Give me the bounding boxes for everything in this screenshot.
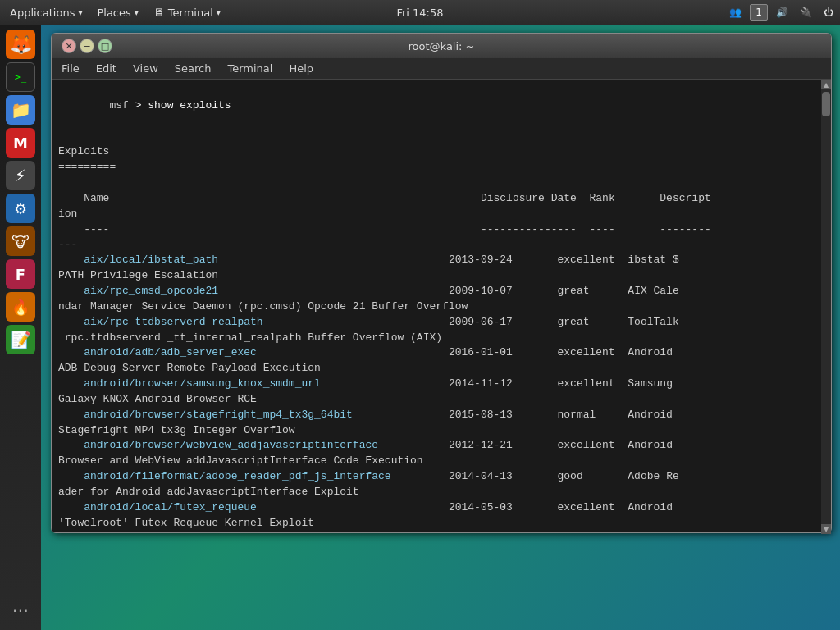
notes-icon[interactable]: 📝 (6, 325, 35, 354)
exploit-1-module: aix/local/ibstat_path 2013-09-24 excelle… (58, 253, 824, 268)
terminal-window-title: root@kali: ~ (409, 40, 475, 52)
menu-view[interactable]: View (126, 61, 165, 76)
applications-menu[interactable]: Applications ▾ (3, 2, 89, 22)
term-col-ion: ion (58, 207, 824, 222)
maltego-icon[interactable]: M (6, 128, 35, 158)
scroll-up-arrow[interactable]: ▲ (821, 80, 831, 89)
exploit-6-desc: Stagefright MP4 tx3g Integer Overflow (58, 423, 824, 439)
term-blank1 (58, 130, 824, 145)
menu-edit[interactable]: Edit (89, 61, 123, 76)
user-icon-area: 👥 (726, 5, 745, 20)
taskbar-left: Applications ▾ Places ▾ 🖥 Terminal ▾ (3, 2, 227, 22)
exploit-7-desc: Browser and WebView addJavascriptInterfa… (58, 454, 824, 469)
menu-help[interactable]: Help (282, 61, 320, 76)
taskbar: Applications ▾ Places ▾ 🖥 Terminal ▾ Fri… (0, 0, 840, 25)
exploit-6-module: android/browser/stagefright_mp4_tx3g_64b… (58, 408, 824, 423)
exploit-5-desc: Galaxy KNOX Android Browser RCE (58, 392, 824, 408)
exploit-5-module: android/browser/samsung_knox_smdm_url 20… (58, 377, 824, 392)
exploit-3-desc: rpc.ttdbserverd _tt_internal_realpath Bu… (58, 331, 824, 346)
term-dash1: ---- --------------- ---- -------- (58, 222, 824, 238)
terminal-content[interactable]: msf > show exploits Exploits ========= N… (52, 80, 831, 532)
exploit-3-module: aix/rpc_ttdbserverd_realpath 2009-06-17 … (58, 315, 824, 331)
exploit-7-module: android/browser/webview_addjavascriptint… (58, 438, 824, 454)
menu-terminal[interactable]: Terminal (221, 61, 279, 76)
exploit-4-module: android/adb/adb_server_exec 2016-01-01 e… (58, 345, 824, 361)
exploit-9-module: android/local/futex_requeue 2014-05-03 e… (58, 500, 824, 516)
menu-search[interactable]: Search (168, 61, 218, 76)
win-buttons-group: ✕ − □ (58, 39, 112, 53)
apps-grid-icon[interactable]: ⋯ (6, 596, 35, 625)
places-caret: ▾ (135, 8, 139, 17)
maximize-button[interactable]: □ (98, 39, 112, 53)
close-button[interactable]: ✕ (62, 39, 76, 53)
terminal-window: ✕ − □ root@kali: ~ File Edit View Search… (51, 33, 832, 533)
window-buttons: ✕ − □ (58, 39, 112, 53)
firefox-icon[interactable]: 🦊 (6, 30, 35, 59)
terminal-icon-small: 🖥 (153, 6, 165, 19)
scroll-down-arrow[interactable]: ▼ (821, 524, 831, 534)
workspace-number: 1 (756, 7, 762, 18)
burpsuite-icon[interactable]: 🔥 (6, 292, 35, 322)
time-display: Fri 14:58 (396, 7, 443, 19)
terminal-prompt-line: msf > show exploits (58, 83, 824, 130)
exploit-1-desc: PATH Privilege Escalation (58, 268, 824, 284)
term-equals: ========= (58, 160, 824, 176)
exploit-10-module: android/local/put_user_vroot 2013-09-06 … (58, 531, 824, 532)
armitage-icon[interactable]: ⚡ (6, 161, 35, 190)
power-icon[interactable]: ⏻ (820, 5, 837, 20)
faraday-icon[interactable]: F (6, 259, 35, 289)
places-menu[interactable]: Places ▾ (90, 2, 144, 22)
terminal-icon[interactable]: >_ (6, 62, 35, 92)
sidebar: 🦊 >_ 📁 M ⚡ ⚙ 🐮 F 🔥 📝 ⋯ (0, 25, 41, 630)
term-prompt: msf (109, 99, 128, 112)
applications-label: Applications (10, 7, 75, 19)
term-col-header: Name Disclosure Date Rank Descript (58, 191, 824, 207)
term-dash2: --- (58, 237, 824, 253)
exploit-8-desc: ader for Android addJavascriptInterface … (58, 485, 824, 500)
scrollbar-track: ▲ ▼ (821, 80, 831, 534)
exploit-9-desc: 'Towelroot' Futex Requeue Kernel Exploit (58, 516, 824, 532)
exploit-4-desc: ADB Debug Server Remote Payload Executio… (58, 361, 824, 377)
scrollbar-thumb[interactable] (822, 92, 830, 116)
terminal-label: Terminal (168, 7, 213, 19)
beef-icon[interactable]: 🐮 (6, 226, 35, 256)
exploit-2-module: aix/rpc_cmsd_opcode21 2009-10-07 great A… (58, 284, 824, 299)
exploit-2-desc: ndar Manager Service Daemon (rpc.cmsd) O… (58, 299, 824, 315)
workspace-button[interactable]: 1 (750, 4, 768, 21)
terminal-titlebar: ✕ − □ root@kali: ~ (52, 34, 831, 58)
terminal-scrollbar[interactable]: ▲ ▼ (821, 80, 831, 534)
places-label: Places (97, 7, 130, 19)
terminal-menu[interactable]: 🖥 Terminal ▾ (147, 2, 227, 22)
clock: Fri 14:58 (396, 7, 443, 19)
files-icon[interactable]: 📁 (6, 95, 35, 125)
audio-icon[interactable]: 🔊 (773, 5, 792, 20)
menu-file[interactable]: File (55, 61, 86, 76)
term-exploits-header: Exploits (58, 144, 824, 160)
applications-caret: ▾ (78, 8, 82, 17)
minimize-button[interactable]: − (80, 39, 94, 53)
metasploit-icon[interactable]: ⚙ (6, 194, 35, 223)
term-blank2 (58, 176, 824, 191)
terminal-menubar: File Edit View Search Terminal Help (52, 58, 831, 80)
term-command: > show exploits (129, 99, 231, 112)
taskbar-right: 👥 1 🔊 🔌 ⏻ (726, 4, 837, 21)
exploit-8-module: android/fileformat/adobe_reader_pdf_js_i… (58, 469, 824, 485)
network-icon[interactable]: 🔌 (797, 5, 815, 20)
desktop: ✕ − □ root@kali: ~ File Edit View Search… (41, 25, 840, 630)
terminal-caret: ▾ (217, 8, 221, 17)
